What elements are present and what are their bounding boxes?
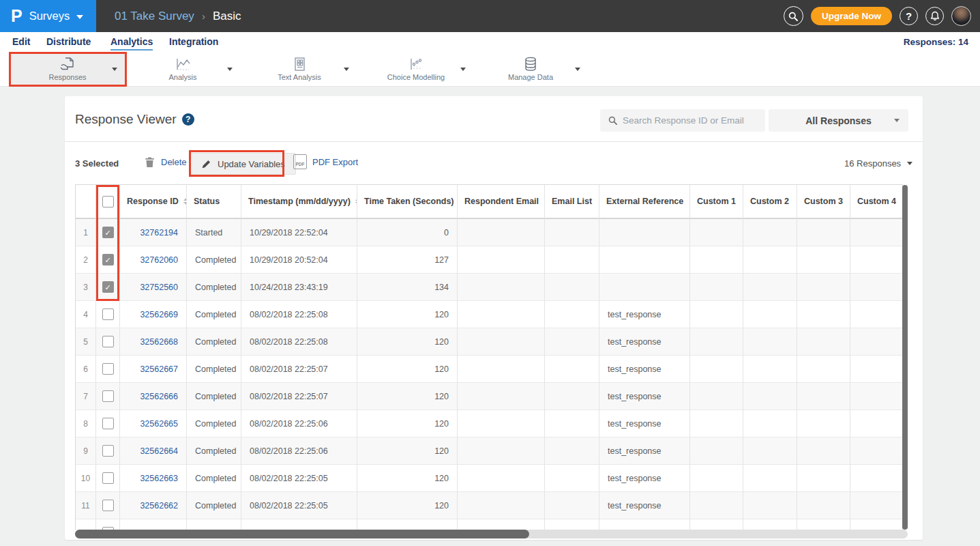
response-id-link[interactable]: 32562662 [140,501,178,511]
response-id-link[interactable]: 32762060 [140,255,178,265]
response-id-link[interactable]: 32562665 [140,419,178,429]
custom4-cell [850,328,902,356]
update-variables-label: Update Variables [218,159,285,169]
response-id-link[interactable]: 32562669 [140,310,178,319]
tab-distribute[interactable]: Distribute [46,36,91,47]
breadcrumb-survey-link[interactable]: 01 Take Survey [115,10,194,23]
response-id-link[interactable]: 32562667 [140,364,178,374]
response-id-cell: 32562668 [120,328,187,356]
response-id-cell: 32562664 [120,437,187,465]
row-number: 8 [76,410,96,437]
row-checkbox[interactable] [102,445,114,457]
timestamp-cell: 10/24/2018 23:43:19 [241,274,357,301]
column-header-external_ref: External Reference [599,185,690,219]
horizontal-scrollbar-thumb[interactable] [75,530,529,538]
help-button[interactable]: ? [900,7,918,25]
row-checkbox[interactable] [102,363,114,375]
vertical-scrollbar[interactable] [902,185,908,530]
delete-button[interactable]: Delete [145,156,187,168]
choice-modelling-dropdown-caret-icon[interactable] [460,68,466,71]
email_list-cell [545,246,599,274]
response-id-link[interactable]: 32762194 [140,228,178,238]
timestamp-cell: 08/02/2018 22:25:07 [241,383,357,410]
tab-edit[interactable]: Edit [12,36,30,47]
manage-data-toolbar-item[interactable]: Manage Data [472,53,589,86]
column-header-custom4: Custom 4 [850,185,902,219]
title-help-icon[interactable]: ? [182,113,194,126]
custom3-cell [797,328,850,356]
surveys-menu[interactable]: P Surveys [0,0,96,32]
timestamp-cell: 08/02/2018 22:25:06 [241,437,357,465]
custom4-cell [850,519,902,530]
update-variables-button[interactable]: Update Variables [190,153,296,175]
analysis-dropdown-caret-icon[interactable] [227,68,233,71]
row-checkbox[interactable]: ✓ [102,254,114,265]
tab-analytics[interactable]: Analytics [110,36,153,51]
email-cell [458,219,545,246]
row-checkbox[interactable] [102,390,114,402]
response-id-link[interactable]: 32562664 [140,446,178,456]
row-checkbox[interactable] [102,418,114,429]
response-filter-dropdown[interactable]: All Responses [769,109,908,132]
text-analysis-toolbar-item[interactable]: Text Analysis [241,53,358,86]
response-id-link[interactable]: 32562663 [140,474,178,483]
row-checkbox[interactable] [102,308,114,320]
user-avatar[interactable] [951,6,971,26]
time_taken-cell: 120 [357,437,458,465]
external_ref-cell: test_response [599,519,690,530]
responses-icon [9,55,126,73]
checkbox-cell [96,410,120,437]
row-checkbox[interactable] [102,472,114,484]
row-checkbox[interactable] [102,336,114,347]
row-checkbox[interactable]: ✓ [102,227,114,238]
table-row: 632562667Completed08/02/2018 22:25:07120… [76,356,902,383]
custom2-cell [743,410,797,437]
external_ref-cell: test_response [599,410,690,437]
analysis-toolbar-item[interactable]: Analysis [124,53,241,86]
pdf-export-button[interactable]: PDF PDF Export [293,154,358,169]
responses-toolbar-item[interactable]: Responses [9,53,126,86]
horizontal-scrollbar-track[interactable] [75,530,908,538]
custom4-cell [850,410,902,437]
search-input[interactable] [623,115,756,126]
row-checkbox[interactable] [102,500,114,511]
response-id-link[interactable]: 32752560 [140,283,178,292]
manage-data-dropdown-caret-icon[interactable] [575,68,580,71]
text-analysis-dropdown-caret-icon[interactable] [344,68,349,71]
row-number: 12 [76,519,96,530]
row-checkbox[interactable]: ✓ [102,281,114,293]
status-cell: Completed [187,492,241,519]
custom2-cell [743,328,797,356]
status-cell: Started [187,219,241,246]
responses-count-dropdown[interactable]: 16 Responses [844,158,912,169]
search-button[interactable] [784,6,803,26]
email_list-cell [545,328,599,356]
custom2-cell [743,356,797,383]
choice-modelling-toolbar-item[interactable]: Choice Modelling [357,53,475,86]
email-cell [458,492,545,519]
time_taken-cell: 134 [357,274,458,301]
response-id-link[interactable]: 32562668 [140,337,178,347]
manage-data-icon [472,55,589,73]
custom3-cell [797,410,850,437]
tab-integration[interactable]: Integration [169,36,218,47]
response-id-cell: 32762194 [120,219,187,246]
column-header-timestamp[interactable]: Timestamp (mm/dd/yyyy) [241,185,357,219]
time_taken-cell: 0 [357,219,458,246]
column-header-num [76,185,96,219]
select-all-checkbox[interactable] [102,196,114,207]
column-label: Time Taken (Seconds) [364,197,454,206]
external_ref-cell: test_response [599,356,690,383]
upgrade-now-button[interactable]: Upgrade Now [811,7,892,25]
custom2-cell [743,274,797,301]
custom4-cell [850,492,902,519]
status-cell: Completed [187,410,241,437]
notifications-button[interactable] [925,7,944,25]
column-header-time_taken[interactable]: Time Taken (Seconds) [357,185,458,219]
page-title-text: Response Viewer [75,112,177,127]
time_taken-cell: 120 [357,328,458,356]
choice-modelling-toolbar-label: Choice Modelling [357,73,475,81]
responses-dropdown-caret-icon[interactable] [112,68,117,71]
response-id-link[interactable]: 32562666 [140,392,178,401]
column-header-id[interactable]: Response ID [120,185,187,219]
